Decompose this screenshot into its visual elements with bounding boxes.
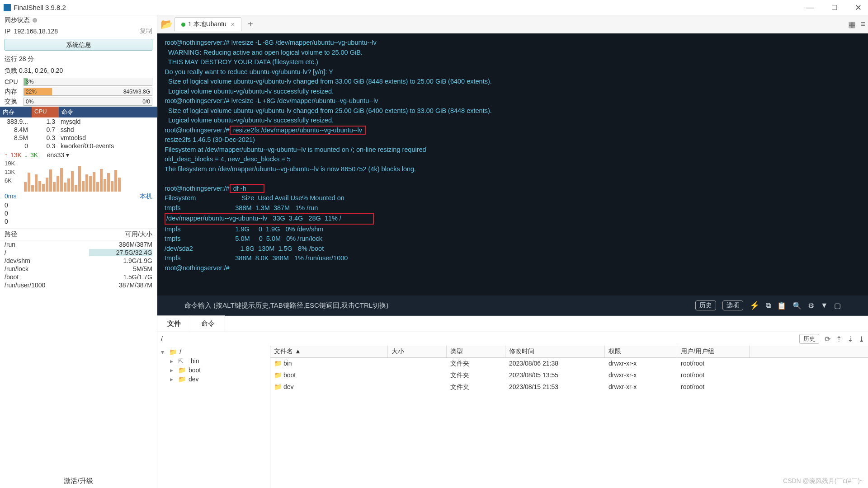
session-tab[interactable]: 1 本地Ubantu × xyxy=(175,17,241,31)
fullscreen-icon[interactable]: ▢ xyxy=(834,301,841,310)
mem-rt: 845M/3.8G xyxy=(123,88,150,95)
net-chart xyxy=(24,160,121,192)
terminal[interactable]: root@nothingserver:/# lvresize -L -8G /d… xyxy=(157,33,868,296)
command-hint: 命令输入 (按ALT键提示历史,TAB键路径,ESC键返回,双击CTRL切换) xyxy=(184,301,388,310)
grid-view-icon[interactable]: ▦ xyxy=(848,19,856,29)
file-row[interactable]: 📁 boot文件夹2023/08/05 13:55drwxr-xr-xroot/… xyxy=(270,370,868,381)
maximize-button[interactable]: □ xyxy=(829,3,840,13)
disk-row[interactable]: /boot1.5G/1.7G xyxy=(0,273,157,281)
process-row[interactable]: 00.3kworker/0:0-events xyxy=(0,142,157,150)
latency-host: 本机 xyxy=(140,192,152,201)
latency-ms: 0ms xyxy=(5,192,16,201)
disk-table-header: 路径可用/大小 xyxy=(0,229,157,240)
breadcrumb[interactable]: / xyxy=(161,335,163,343)
new-tab-button[interactable]: + xyxy=(243,17,258,31)
ip-value: 192.168.18.128 xyxy=(14,28,58,35)
process-row[interactable]: 8.5M0.3vmtoolsd xyxy=(0,134,157,142)
tab-bar: 📂 1 本地Ubantu × + ▦ ≡ xyxy=(157,15,868,33)
app-title: FinalShell 3.9.8.2 xyxy=(14,4,66,11)
open-folder-icon[interactable]: 📂 xyxy=(160,19,173,29)
upload-icon[interactable]: ⇡ xyxy=(836,335,842,343)
disk-row[interactable]: /27.5G/32.4G xyxy=(0,249,157,257)
cpu-label: CPU xyxy=(5,78,21,85)
cpu-pct: 3% xyxy=(26,78,33,85)
up-arrow-icon: ↑ xyxy=(5,151,8,159)
file-list: 文件名 ▲ 大小 类型 修改时间 权限 用户/用户组 📁 bin文件夹2023/… xyxy=(270,346,868,488)
fb-history-button[interactable]: 历史 xyxy=(799,334,819,344)
minimize-button[interactable]: — xyxy=(803,3,816,13)
net-down: 3K xyxy=(30,151,38,159)
copy-icon[interactable]: ⧉ xyxy=(766,301,771,310)
file-list-header[interactable]: 文件名 ▲ 大小 类型 修改时间 权限 用户/用户组 xyxy=(270,346,868,358)
chart-ticks: 19K13K6K xyxy=(0,160,19,192)
file-browser: / 历史 ⟳ ⇡ ⇣ ⤓ ▾📁/ ▸⇱ bin ▸📁boot ▸📁dev xyxy=(157,332,868,488)
disk-row[interactable]: /run386M/387M xyxy=(0,240,157,249)
highlighted-output-line: /dev/mapper/ubuntu--vg-ubuntu--lv 33G 3.… xyxy=(165,213,374,225)
file-row[interactable]: 📁 bin文件夹2023/08/06 21:38drwxr-xr-xroot/r… xyxy=(270,358,868,370)
swap-bar: 0% 0/0 xyxy=(24,98,152,106)
uptime-label: 运行 28 分 xyxy=(0,53,157,65)
tab-label: 1 本地Ubantu xyxy=(188,20,226,28)
lower-tabs: 文件 命令 xyxy=(157,315,868,332)
down-arrow-icon: ↓ xyxy=(24,151,28,159)
process-row[interactable]: 8.4M0.7sshd xyxy=(0,126,157,134)
status-dot-icon xyxy=(181,23,185,27)
disk-row[interactable]: /dev/shm1.9G/1.9G xyxy=(0,257,157,265)
download-icon[interactable]: ▼ xyxy=(821,301,828,310)
app-logo-icon xyxy=(4,4,11,11)
refresh-icon[interactable]: ⟳ xyxy=(825,335,830,343)
disk-row[interactable]: /run/user/1000387M/387M xyxy=(0,281,157,289)
tab-commands[interactable]: 命令 xyxy=(191,315,225,332)
watermark: CSDN @晓风残月(￣ε(#￣)~ xyxy=(783,477,863,485)
sync-status-icon xyxy=(33,18,37,23)
file-row[interactable]: 📁 dev文件夹2023/08/15 21:53drwxr-xr-xroot/r… xyxy=(270,381,868,393)
activate-button[interactable]: 激活/升级 xyxy=(0,472,157,488)
highlighted-command: resize2fs /dev/mapper/ubuntu--vg-ubuntu-… xyxy=(230,126,366,135)
load-label: 负载 0.31, 0.26, 0.20 xyxy=(0,65,157,77)
cpu-bar: 3% xyxy=(24,78,152,86)
swap-rt: 0/0 xyxy=(142,98,150,105)
paste-icon[interactable]: 📋 xyxy=(777,301,786,310)
sidebar: 同步状态 IP 192.168.18.128 复制 系统信息 运行 28 分 负… xyxy=(0,15,157,488)
sync-status-label: 同步状态 xyxy=(5,16,30,24)
folder-icon: 📁 xyxy=(178,375,186,383)
swap-label: 交换 xyxy=(5,98,21,106)
mem-pct: 22% xyxy=(26,88,37,95)
folder-tree[interactable]: ▾📁/ ▸⇱ bin ▸📁boot ▸📁dev xyxy=(157,346,270,488)
command-input-bar[interactable]: 命令输入 (按ALT键提示历史,TAB键路径,ESC键返回,双击CTRL切换) … xyxy=(157,296,868,315)
folder-icon: 📁 xyxy=(169,348,177,356)
gear-icon[interactable]: ⚙ xyxy=(808,301,814,310)
mem-bar: 22% 845M/3.8G xyxy=(24,88,152,96)
tab-close-icon[interactable]: × xyxy=(231,21,235,28)
history-button[interactable]: 历史 xyxy=(695,300,716,310)
process-row[interactable]: 383.9...1.3mysqld xyxy=(0,117,157,126)
bolt-icon[interactable]: ⚡ xyxy=(750,300,760,310)
disk-row[interactable]: /run/lock5M/5M xyxy=(0,265,157,273)
iface-select[interactable]: ens33 ▾ xyxy=(47,151,69,159)
mem-label: 内存 xyxy=(5,88,21,96)
copy-button[interactable]: 复制 xyxy=(140,27,152,35)
latency-values: 000 xyxy=(0,202,157,225)
titlebar: FinalShell 3.9.8.2 — □ ✕ xyxy=(0,0,868,15)
process-table-header: 内存 CPU 命令 xyxy=(0,107,157,117)
close-button[interactable]: ✕ xyxy=(852,3,864,13)
list-view-icon[interactable]: ≡ xyxy=(860,19,865,29)
folder-icon: 📁 xyxy=(178,366,186,374)
sort-asc-icon: ▲ xyxy=(295,347,301,355)
download-icon[interactable]: ⇣ xyxy=(847,335,853,343)
highlighted-command: df -h xyxy=(230,184,264,193)
options-button[interactable]: 选项 xyxy=(722,300,743,310)
swap-pct: 0% xyxy=(26,98,33,105)
ip-label: IP xyxy=(5,28,10,35)
net-up: 13K xyxy=(10,151,22,159)
tab-files[interactable]: 文件 xyxy=(157,315,191,332)
search-icon[interactable]: 🔍 xyxy=(793,301,802,310)
system-info-button[interactable]: 系统信息 xyxy=(5,39,152,51)
download-all-icon[interactable]: ⤓ xyxy=(859,335,864,343)
